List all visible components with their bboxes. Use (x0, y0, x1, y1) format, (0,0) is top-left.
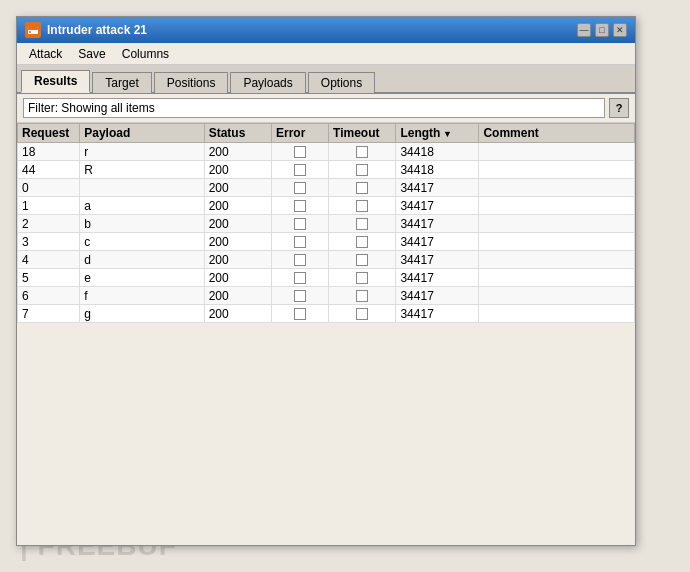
cell-timeout[interactable] (329, 287, 396, 305)
cell-timeout[interactable] (329, 269, 396, 287)
filter-help-button[interactable]: ? (609, 98, 629, 118)
cell-error[interactable] (272, 269, 329, 287)
cell-timeout-checkbox[interactable] (356, 200, 368, 212)
menu-attack[interactable]: Attack (21, 45, 70, 63)
tab-target[interactable]: Target (92, 72, 151, 93)
cell-timeout[interactable] (329, 215, 396, 233)
cell-error[interactable] (272, 161, 329, 179)
cell-status: 200 (204, 305, 271, 323)
cell-timeout[interactable] (329, 305, 396, 323)
col-header-length[interactable]: Length (396, 124, 479, 143)
cell-error-checkbox[interactable] (294, 164, 306, 176)
filter-bar: ? (17, 94, 635, 123)
cell-timeout-checkbox[interactable] (356, 236, 368, 248)
cell-error-checkbox[interactable] (294, 236, 306, 248)
col-header-comment[interactable]: Comment (479, 124, 635, 143)
filter-input[interactable] (23, 98, 605, 118)
cell-request: 44 (18, 161, 80, 179)
cell-length: 34417 (396, 179, 479, 197)
table-row[interactable]: 7g20034417 (18, 305, 635, 323)
cell-timeout[interactable] (329, 143, 396, 161)
tab-options[interactable]: Options (308, 72, 375, 93)
cell-error-checkbox[interactable] (294, 146, 306, 158)
svg-point-2 (29, 31, 31, 33)
cell-error-checkbox[interactable] (294, 254, 306, 266)
cell-status: 200 (204, 179, 271, 197)
table-row[interactable]: 1a20034417 (18, 197, 635, 215)
cell-error[interactable] (272, 143, 329, 161)
cell-request: 7 (18, 305, 80, 323)
cell-payload: R (80, 161, 204, 179)
cell-payload: c (80, 233, 204, 251)
cell-timeout[interactable] (329, 161, 396, 179)
cell-error[interactable] (272, 197, 329, 215)
table-row[interactable]: 5e20034417 (18, 269, 635, 287)
close-button[interactable]: ✕ (613, 23, 627, 37)
cell-timeout[interactable] (329, 179, 396, 197)
col-header-payload[interactable]: Payload (80, 124, 204, 143)
cell-comment (479, 179, 635, 197)
cell-error[interactable] (272, 179, 329, 197)
cell-timeout-checkbox[interactable] (356, 254, 368, 266)
cell-status: 200 (204, 251, 271, 269)
cell-status: 200 (204, 197, 271, 215)
cell-payload: f (80, 287, 204, 305)
cell-timeout[interactable] (329, 251, 396, 269)
cell-error[interactable] (272, 251, 329, 269)
cell-comment (479, 269, 635, 287)
cell-comment (479, 197, 635, 215)
table-row[interactable]: 2b20034417 (18, 215, 635, 233)
cell-length: 34417 (396, 215, 479, 233)
cell-payload: a (80, 197, 204, 215)
main-window: Intruder attack 21 — □ ✕ Attack Save Col… (16, 16, 636, 546)
cell-payload (80, 179, 204, 197)
app-icon (25, 22, 41, 38)
restore-button[interactable]: □ (595, 23, 609, 37)
col-header-timeout[interactable]: Timeout (329, 124, 396, 143)
cell-error-checkbox[interactable] (294, 182, 306, 194)
cell-length: 34418 (396, 161, 479, 179)
cell-error-checkbox[interactable] (294, 200, 306, 212)
tab-positions[interactable]: Positions (154, 72, 229, 93)
cell-timeout-checkbox[interactable] (356, 308, 368, 320)
cell-timeout-checkbox[interactable] (356, 164, 368, 176)
cell-status: 200 (204, 215, 271, 233)
cell-timeout-checkbox[interactable] (356, 182, 368, 194)
cell-timeout-checkbox[interactable] (356, 218, 368, 230)
cell-error[interactable] (272, 287, 329, 305)
cell-comment (479, 287, 635, 305)
col-header-request[interactable]: Request (18, 124, 80, 143)
table-row[interactable]: 4d20034417 (18, 251, 635, 269)
cell-error[interactable] (272, 305, 329, 323)
cell-error[interactable] (272, 233, 329, 251)
cell-error-checkbox[interactable] (294, 272, 306, 284)
tab-payloads[interactable]: Payloads (230, 72, 305, 93)
cell-error-checkbox[interactable] (294, 308, 306, 320)
cell-error[interactable] (272, 215, 329, 233)
col-header-error[interactable]: Error (272, 124, 329, 143)
cell-error-checkbox[interactable] (294, 290, 306, 302)
table-row[interactable]: 6f20034417 (18, 287, 635, 305)
menu-save[interactable]: Save (70, 45, 113, 63)
results-table-container[interactable]: Request Payload Status Error Timeout Len… (17, 123, 635, 545)
cell-timeout-checkbox[interactable] (356, 146, 368, 158)
cell-timeout[interactable] (329, 197, 396, 215)
menu-columns[interactable]: Columns (114, 45, 177, 63)
table-row[interactable]: 18r20034418 (18, 143, 635, 161)
table-row[interactable]: 020034417 (18, 179, 635, 197)
cell-timeout-checkbox[interactable] (356, 272, 368, 284)
cell-length: 34417 (396, 305, 479, 323)
cell-timeout-checkbox[interactable] (356, 290, 368, 302)
minimize-button[interactable]: — (577, 23, 591, 37)
cell-length: 34417 (396, 269, 479, 287)
menu-bar: Attack Save Columns (17, 43, 635, 65)
cell-timeout[interactable] (329, 233, 396, 251)
cell-comment (479, 305, 635, 323)
cell-length: 34418 (396, 143, 479, 161)
tab-results[interactable]: Results (21, 70, 90, 93)
cell-request: 0 (18, 179, 80, 197)
cell-error-checkbox[interactable] (294, 218, 306, 230)
col-header-status[interactable]: Status (204, 124, 271, 143)
table-row[interactable]: 44R20034418 (18, 161, 635, 179)
table-row[interactable]: 3c20034417 (18, 233, 635, 251)
